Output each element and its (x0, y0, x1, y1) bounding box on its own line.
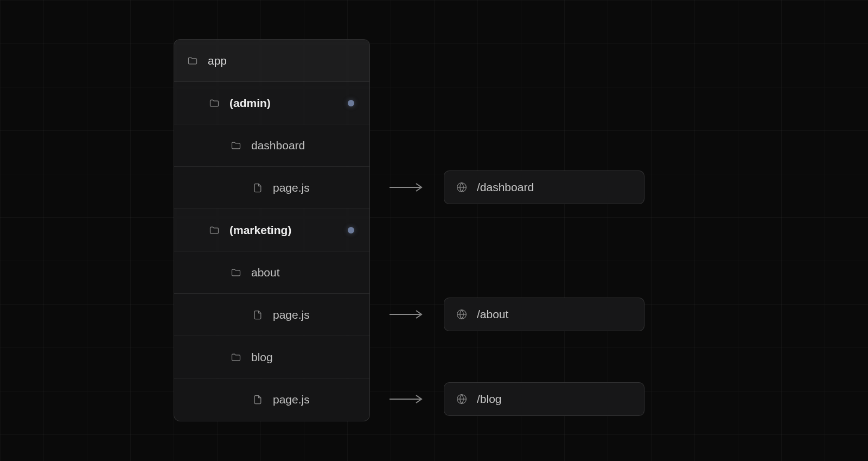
file-icon (252, 394, 263, 405)
folder-icon (209, 98, 220, 109)
file-icon (252, 310, 263, 320)
arrow-column (370, 39, 444, 420)
tree-root: app (174, 40, 369, 82)
folder-icon (231, 267, 241, 278)
folder-icon (231, 140, 241, 151)
folder-icon (187, 55, 198, 66)
group-dot-indicator (348, 227, 354, 233)
diagram-container: app (admin) dashboard page.js (marketing… (0, 0, 868, 421)
tree-folder-dashboard: dashboard (174, 124, 369, 167)
tree-file-blog-page: page.js (174, 378, 369, 421)
folder-icon (209, 225, 220, 236)
globe-icon (456, 309, 467, 320)
tree-folder-label: dashboard (251, 139, 369, 152)
file-tree-panel: app (admin) dashboard page.js (marketing… (174, 39, 370, 421)
tree-group-admin: (admin) (174, 82, 369, 124)
tree-root-label: app (208, 54, 369, 67)
tree-file-dashboard-page: page.js (174, 167, 369, 209)
arrow-icon (370, 166, 444, 209)
url-column: /dashboard /about /blog (444, 39, 644, 420)
tree-group-marketing: (marketing) (174, 209, 369, 251)
tree-folder-about: about (174, 251, 369, 294)
arrow-icon (370, 378, 444, 420)
url-text: /blog (477, 393, 502, 406)
url-box-dashboard: /dashboard (444, 170, 644, 204)
globe-icon (456, 182, 467, 193)
folder-icon (231, 352, 241, 363)
url-text: /about (477, 308, 508, 321)
tree-file-label: page.js (273, 393, 369, 406)
tree-file-label: page.js (273, 308, 369, 321)
url-text: /dashboard (477, 181, 534, 194)
group-dot-indicator (348, 100, 354, 106)
arrow-icon (370, 293, 444, 336)
url-box-about: /about (444, 298, 644, 331)
tree-folder-label: blog (251, 351, 369, 364)
tree-file-about-page: page.js (174, 294, 369, 336)
tree-file-label: page.js (273, 181, 369, 194)
tree-folder-label: about (251, 266, 369, 279)
tree-folder-blog: blog (174, 336, 369, 378)
url-box-blog: /blog (444, 382, 644, 416)
file-icon (252, 182, 263, 193)
globe-icon (456, 394, 467, 405)
